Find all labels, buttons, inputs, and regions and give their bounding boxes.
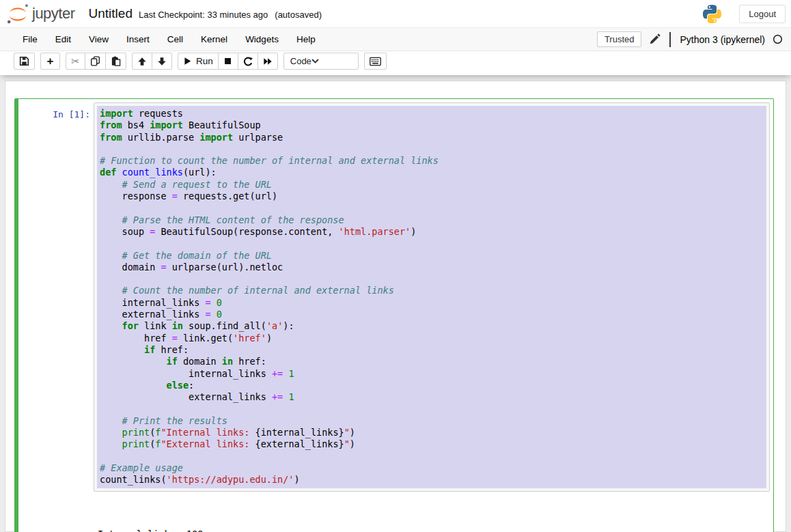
code-line: # Send a request to the URL bbox=[100, 179, 764, 191]
run-icon bbox=[183, 57, 192, 66]
app-header: jupyter Untitled Last Checkpoint: 33 min… bbox=[0, 0, 791, 27]
output-line: Internal links: 198 bbox=[98, 529, 203, 532]
toolbar: + ✂ bbox=[0, 51, 791, 75]
code-line: print(f"Internal links: {internal_links}… bbox=[100, 427, 764, 438]
code-line: # Example usage bbox=[100, 462, 764, 474]
code-cell[interactable]: In [1]: import requestsfrom bs4 import B… bbox=[14, 98, 774, 532]
input-prompt: In [1]: bbox=[22, 102, 94, 492]
python-logo-icon bbox=[702, 3, 723, 25]
run-button-label: Run bbox=[196, 56, 213, 66]
kernel-idle-icon bbox=[773, 34, 783, 44]
jupyter-logo-text: jupyter bbox=[32, 5, 75, 23]
menubar-divider bbox=[669, 32, 671, 47]
code-line: external_links = 0 bbox=[100, 309, 764, 320]
cut-cell-button[interactable]: ✂ bbox=[66, 53, 85, 70]
notebook-site: In [1]: import requestsfrom bs4 import B… bbox=[0, 75, 791, 532]
code-line: # Function to count the number of intern… bbox=[100, 155, 764, 167]
autosave-status: (autosaved) bbox=[275, 10, 322, 20]
code-line: internal_links += 1 bbox=[100, 368, 764, 380]
output-text: Internal links: 198 External links: 99 bbox=[94, 505, 203, 532]
restart-kernel-icon bbox=[243, 57, 253, 66]
cell-type-value: Code bbox=[290, 56, 311, 66]
code-line: # Get the domain of the URL bbox=[100, 250, 764, 262]
paste-cell-button[interactable] bbox=[106, 53, 126, 70]
trusted-badge[interactable]: Trusted bbox=[597, 31, 642, 47]
code-line: external_links += 1 bbox=[100, 391, 764, 403]
kernel-name: Python 3 (ipykernel) bbox=[680, 34, 765, 45]
keyboard-icon bbox=[370, 57, 381, 66]
code-line: # Print the results bbox=[100, 415, 764, 427]
cut-icon: ✂ bbox=[71, 56, 80, 66]
menubar: File Edit View Insert Cell Kernel Widget… bbox=[0, 27, 791, 51]
jupyter-logo[interactable]: jupyter bbox=[5, 3, 75, 24]
menu-widgets[interactable]: Widgets bbox=[236, 29, 288, 50]
code-line bbox=[100, 273, 764, 285]
code-line bbox=[100, 451, 764, 462]
code-line bbox=[100, 202, 764, 214]
move-up-icon bbox=[137, 57, 147, 66]
code-line: from bs4 import BeautifulSoup bbox=[100, 120, 764, 131]
code-line: soup = BeautifulSoup(response.content, '… bbox=[100, 226, 764, 238]
menu-insert[interactable]: Insert bbox=[117, 29, 158, 50]
menu-kernel[interactable]: Kernel bbox=[192, 29, 236, 50]
code-line bbox=[100, 143, 764, 155]
save-button[interactable] bbox=[14, 53, 35, 70]
code-line: print(f"External links: {external_links}… bbox=[100, 438, 764, 450]
menu-edit[interactable]: Edit bbox=[46, 29, 80, 50]
interrupt-kernel-button[interactable] bbox=[219, 53, 238, 70]
pencil-icon bbox=[649, 33, 661, 45]
save-icon bbox=[19, 56, 29, 66]
code-line bbox=[100, 238, 764, 249]
code-line: def count_links(url): bbox=[100, 167, 764, 178]
code-editor[interactable]: import requestsfrom bs4 import Beautiful… bbox=[94, 102, 770, 492]
chevron-down-icon bbox=[311, 59, 319, 64]
menu-file[interactable]: File bbox=[14, 29, 46, 50]
menu-view[interactable]: View bbox=[80, 29, 117, 50]
copy-icon bbox=[90, 56, 100, 66]
paste-icon bbox=[111, 56, 121, 66]
cell-output-area: Internal links: 198 External links: 99 bbox=[22, 505, 770, 532]
menu-items: File Edit View Insert Cell Kernel Widget… bbox=[14, 29, 324, 50]
menu-help[interactable]: Help bbox=[288, 29, 324, 50]
add-cell-icon: + bbox=[47, 55, 54, 67]
move-cell-up-button[interactable] bbox=[132, 53, 152, 70]
code-line bbox=[100, 403, 764, 415]
command-palette-button[interactable] bbox=[364, 53, 387, 70]
code-line: # Parse the HTML content of the response bbox=[100, 214, 764, 226]
header-block: jupyter Untitled Last Checkpoint: 33 min… bbox=[0, 0, 791, 75]
move-down-icon bbox=[157, 57, 167, 66]
logout-button[interactable]: Logout bbox=[739, 5, 786, 23]
code-line: if href: bbox=[100, 344, 764, 356]
add-cell-button[interactable]: + bbox=[40, 53, 60, 70]
menu-cell[interactable]: Cell bbox=[158, 29, 192, 50]
cell-type-select[interactable]: Code bbox=[283, 53, 359, 70]
restart-run-all-icon bbox=[263, 57, 273, 66]
code-line: response = requests.get(url) bbox=[100, 191, 764, 202]
code-line: if domain in href: bbox=[100, 356, 764, 367]
restart-kernel-button[interactable] bbox=[238, 53, 258, 70]
output-prompt bbox=[22, 505, 94, 532]
notebook-container: In [1]: import requestsfrom bs4 import B… bbox=[5, 81, 786, 532]
restart-run-all-button[interactable] bbox=[258, 53, 278, 70]
copy-cell-button[interactable] bbox=[85, 53, 106, 70]
code-line: count_links('https://adypu.edu.in/') bbox=[100, 474, 764, 486]
stop-icon bbox=[223, 57, 232, 66]
code-line: else: bbox=[100, 380, 764, 391]
code-line: href = link.get('href') bbox=[100, 333, 764, 344]
code-line: internal_links = 0 bbox=[100, 297, 764, 309]
move-cell-down-button[interactable] bbox=[152, 53, 172, 70]
cell-input-area: In [1]: import requestsfrom bs4 import B… bbox=[22, 102, 770, 492]
run-cell-button[interactable]: Run bbox=[178, 53, 219, 70]
code-line: for link in soup.find_all('a'): bbox=[100, 320, 764, 332]
code-line: domain = urlparse(url).netloc bbox=[100, 262, 764, 273]
jupyter-logo-icon bbox=[5, 3, 30, 24]
code-line: from urllib.parse import urlparse bbox=[100, 132, 764, 143]
notebook-title[interactable]: Untitled bbox=[89, 6, 133, 21]
code-line: # Count the number of internal and exter… bbox=[100, 285, 764, 296]
checkpoint-status: Last Checkpoint: 33 minutes ago bbox=[139, 10, 268, 20]
code-line: import requests bbox=[100, 108, 764, 120]
code-block: import requestsfrom bs4 import Beautiful… bbox=[97, 106, 766, 488]
